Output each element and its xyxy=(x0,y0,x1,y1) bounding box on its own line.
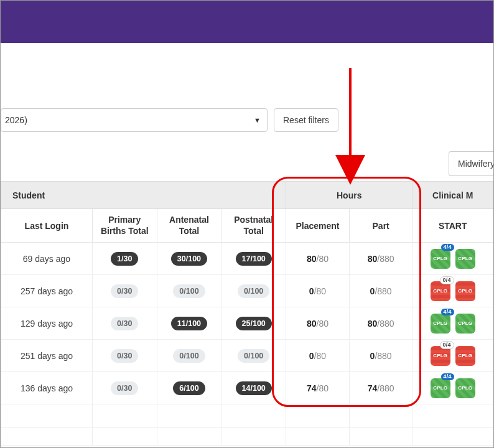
count-pill: 0/100 xyxy=(173,349,205,363)
cell-start: CPLG0/4CPLG xyxy=(412,275,493,307)
start-badge-set: CPLG0/4CPLG xyxy=(431,346,475,366)
count-pill: 0/30 xyxy=(111,349,138,363)
cell-primary-births: 0/30 xyxy=(92,340,157,372)
empty-cell xyxy=(1,404,93,428)
count-pill: 0/30 xyxy=(111,381,138,395)
cell-primary-births: 1/30 xyxy=(92,243,157,275)
cell-start: CPLG0/4CPLG xyxy=(412,340,493,372)
col-start[interactable]: START xyxy=(412,209,493,243)
count-pill: 6/100 xyxy=(173,381,205,395)
empty-cell xyxy=(157,404,221,428)
top-header-bar xyxy=(1,1,493,43)
cplg-badge[interactable]: CPLG xyxy=(455,314,475,334)
cplg-badge[interactable]: CPLG xyxy=(455,378,475,398)
cell-part: 0/880 xyxy=(349,275,412,307)
cell-postnatal: 25/100 xyxy=(221,307,286,340)
reset-filters-button[interactable]: Reset filters xyxy=(274,108,338,132)
cell-antenatal: 6/100 xyxy=(157,372,221,404)
cell-last-login: 257 days ago xyxy=(1,275,93,307)
cplg-badge[interactable]: CPLG4/4 xyxy=(431,378,450,398)
reset-filters-label: Reset filters xyxy=(283,115,329,125)
empty-cell xyxy=(221,404,286,428)
cplg-badge[interactable]: CPLG xyxy=(455,249,475,269)
col-part[interactable]: Part xyxy=(349,209,412,243)
cell-antenatal: 0/100 xyxy=(157,275,221,307)
count-pill: 11/100 xyxy=(171,317,207,330)
cell-part: 80/880 xyxy=(349,307,412,340)
count-pill: 30/100 xyxy=(171,252,207,266)
empty-cell xyxy=(157,428,221,446)
badge-counter: 4/4 xyxy=(441,244,454,251)
cplg-badge[interactable]: CPLG0/4 xyxy=(431,281,450,301)
table-row[interactable]: 136 days ago0/306/10014/10074/8074/880CP… xyxy=(1,372,493,404)
cell-primary-births: 0/30 xyxy=(92,307,157,340)
chevron-down-icon: ▼ xyxy=(254,116,261,124)
count-pill: 1/30 xyxy=(111,252,138,266)
table-row[interactable]: 257 days ago0/300/1000/1000/800/880CPLG0… xyxy=(1,275,493,307)
col-group-student: Student xyxy=(1,182,286,209)
cplg-badge[interactable]: CPLG xyxy=(455,346,475,366)
cell-primary-births: 0/30 xyxy=(92,275,157,307)
cell-part: 74/880 xyxy=(349,372,412,404)
col-last-login[interactable]: Last Login xyxy=(1,209,93,243)
empty-cell xyxy=(349,428,412,446)
progress-table-wrap: Student Hours Clinical M Last Login Prim… xyxy=(1,181,493,446)
count-pill: 0/30 xyxy=(111,317,138,330)
filter-area: 2026) ▼ Reset filters xyxy=(1,43,493,118)
start-badge-set: CPLG0/4CPLG xyxy=(431,281,475,301)
cell-last-login: 69 days ago xyxy=(1,243,93,275)
progress-table: Student Hours Clinical M Last Login Prim… xyxy=(1,181,493,446)
table-sub-header-row: Last Login Primary Births Total Antenata… xyxy=(1,209,493,243)
table-row[interactable]: 129 days ago0/3011/10025/10080/8080/880C… xyxy=(1,307,493,340)
cplg-badge[interactable]: CPLG4/4 xyxy=(431,314,450,334)
col-primary-births[interactable]: Primary Births Total xyxy=(92,209,157,243)
cell-postnatal: 14/100 xyxy=(221,372,286,404)
midwifery-tab[interactable]: Midwifery xyxy=(449,151,493,176)
cell-part: 80/880 xyxy=(349,243,412,275)
col-placement[interactable]: Placement xyxy=(286,209,350,243)
cplg-badge[interactable]: CPLG4/4 xyxy=(431,249,450,269)
table-row[interactable]: 251 days ago0/300/1000/1000/800/880CPLG0… xyxy=(1,340,493,372)
cell-antenatal: 11/100 xyxy=(157,307,221,340)
start-badge-set: CPLG4/4CPLG xyxy=(431,249,475,269)
empty-cell xyxy=(349,404,412,428)
cell-placement: 80/80 xyxy=(286,307,350,340)
table-row[interactable]: 69 days ago1/3030/10017/10080/8080/880CP… xyxy=(1,243,493,275)
badge-counter: 0/4 xyxy=(440,341,454,350)
cell-placement: 80/80 xyxy=(286,243,350,275)
cell-placement: 0/80 xyxy=(286,275,350,307)
count-pill: 0/100 xyxy=(238,284,269,298)
cell-postnatal: 0/100 xyxy=(221,340,286,372)
badge-counter: 4/4 xyxy=(441,309,454,316)
cell-postnatal: 17/100 xyxy=(221,243,286,275)
badge-counter: 4/4 xyxy=(441,373,454,381)
cell-primary-births: 0/30 xyxy=(92,372,157,404)
cell-placement: 74/80 xyxy=(286,372,350,404)
count-pill: 25/100 xyxy=(236,317,272,330)
table-row xyxy=(1,428,493,446)
count-pill: 0/100 xyxy=(238,349,269,363)
cell-part: 0/880 xyxy=(349,340,412,372)
table-group-header-row: Student Hours Clinical M xyxy=(1,182,493,209)
cplg-badge[interactable]: CPLG xyxy=(455,281,475,301)
cell-last-login: 129 days ago xyxy=(1,307,93,340)
col-postnatal[interactable]: Postnatal Total xyxy=(221,209,286,243)
start-badge-set: CPLG4/4CPLG xyxy=(431,314,475,334)
count-pill: 14/100 xyxy=(236,381,272,395)
empty-cell xyxy=(92,428,157,446)
cell-start: CPLG4/4CPLG xyxy=(412,372,493,404)
cell-antenatal: 30/100 xyxy=(157,243,221,275)
course-select[interactable]: 2026) ▼ xyxy=(1,108,268,132)
cell-postnatal: 0/100 xyxy=(221,275,286,307)
cell-last-login: 251 days ago xyxy=(1,340,93,372)
empty-cell xyxy=(412,404,493,428)
start-badge-set: CPLG4/4CPLG xyxy=(431,378,475,398)
empty-cell xyxy=(286,428,350,446)
count-pill: 0/30 xyxy=(111,284,138,298)
cell-last-login: 136 days ago xyxy=(1,372,93,404)
cell-start: CPLG4/4CPLG xyxy=(412,307,493,340)
course-select-value: 2026) xyxy=(5,115,254,125)
col-antenatal[interactable]: Antenatal Total xyxy=(157,209,221,243)
cplg-badge[interactable]: CPLG0/4 xyxy=(431,346,450,366)
table-row xyxy=(1,404,493,428)
